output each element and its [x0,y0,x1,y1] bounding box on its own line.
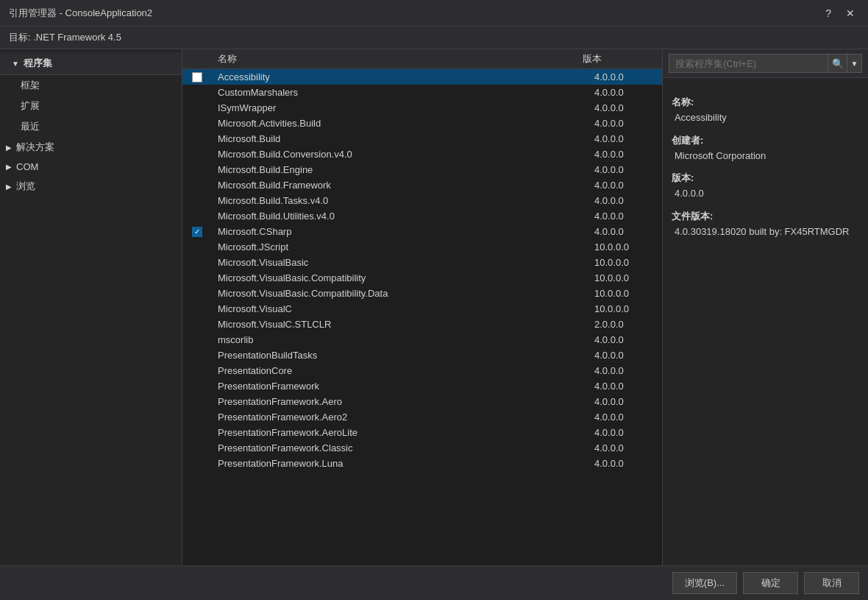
assembly-name: PresentationFramework.Aero2 [212,412,588,423]
search-button[interactable]: 🔍 [828,54,847,73]
sidebar-item-framework[interactable]: 框架 [0,75,182,96]
list-area: 名称 版本 Accessibility4.0.0.0CustomMarshale… [182,49,662,565]
table-row[interactable]: Microsoft.Build.Tasks.v4.04.0.0.0 [182,193,662,208]
table-row[interactable]: Microsoft.VisualC.STLCLR2.0.0.0 [182,317,662,332]
assembly-name: ISymWrapper [212,102,588,113]
com-label: COM [16,161,38,172]
table-row[interactable]: mscorlib4.0.0.0 [182,332,662,347]
table-row[interactable]: Microsoft.VisualBasic.Compatibility10.0.… [182,270,662,286]
assembly-version: 4.0.0.0 [588,102,662,113]
table-row[interactable]: ISymWrapper4.0.0.0 [182,100,662,116]
assembly-version: 4.0.0.0 [588,87,662,98]
assembly-version: 4.0.0.0 [588,350,662,361]
file-version-label: 文件版本: [672,210,859,223]
assembly-version: 10.0.0.0 [588,241,662,253]
assembly-version: 4.0.0.0 [588,211,662,222]
table-row[interactable]: Microsoft.VisualC10.0.0.0 [182,301,662,317]
table-row[interactable]: Microsoft.Build.Utilities.v4.04.0.0.0 [182,208,662,224]
assembly-version: 10.0.0.0 [588,303,662,314]
assembly-name: Microsoft.Build [212,133,588,144]
search-dropdown-icon: ▼ [851,60,858,68]
table-row[interactable]: Microsoft.VisualBasic10.0.0.0 [182,255,662,270]
sidebar-item-com[interactable]: ▶ COM [0,158,182,176]
assembly-name: Accessibility [212,71,588,82]
table-row[interactable]: PresentationFramework4.0.0.0 [182,378,662,394]
com-arrow: ▶ [6,163,12,171]
version-col-header: 版本 [577,52,650,66]
sidebar-section-assemblies[interactable]: ▼ 程序集 [0,52,182,75]
assembly-name: Microsoft.Activities.Build [212,118,588,129]
checkbox-col: ✓ [182,227,212,237]
assembly-version: 4.0.0.0 [588,180,662,191]
table-row[interactable]: Microsoft.Build.Engine4.0.0.0 [182,162,662,177]
table-row[interactable]: PresentationFramework.Aero24.0.0.0 [182,409,662,425]
assembly-version: 4.0.0.0 [588,396,662,407]
ok-button[interactable]: 确定 [743,572,798,594]
browse-button[interactable]: 浏览(B)... [672,572,737,594]
assembly-version: 2.0.0.0 [588,319,662,330]
close-button[interactable]: ✕ [842,7,859,20]
table-row[interactable]: Accessibility4.0.0.0 [182,69,662,85]
sidebar-item-solution[interactable]: ▶ 解决方案 [0,137,182,158]
assembly-name: mscorlib [212,334,588,345]
title-bar: 引用管理器 - ConsoleApplication2 ? ✕ [0,0,868,27]
sidebar: ▼ 程序集 框架 扩展 最近 ▶ 解决方案 ▶ COM ▶ 浏览 [0,49,182,565]
sidebar-item-extensions[interactable]: 扩展 [0,96,182,116]
assembly-version: 4.0.0.0 [588,427,662,438]
toolbar: 目标: .NET Framework 4.5 [0,27,868,49]
table-row[interactable]: PresentationBuildTasks4.0.0.0 [182,347,662,363]
assembly-name: Microsoft.Build.Conversion.v4.0 [212,149,588,160]
search-bar-row: 🔍 ▼ [663,49,868,78]
assembly-name: PresentationFramework.Classic [212,442,588,453]
sidebar-item-browse[interactable]: ▶ 浏览 [0,176,182,197]
checkbox[interactable]: ✓ [192,227,202,237]
table-row[interactable]: Microsoft.Build.Framework4.0.0.0 [182,177,662,193]
table-row[interactable]: Microsoft.Build.Conversion.v4.04.0.0.0 [182,147,662,162]
title-bar-controls: ? ✕ [821,7,859,20]
assembly-name: Microsoft.Build.Tasks.v4.0 [212,195,588,206]
table-row[interactable]: Microsoft.Build4.0.0.0 [182,131,662,147]
assembly-version: 4.0.0.0 [588,412,662,423]
search-input[interactable] [669,54,828,73]
assembly-version: 4.0.0.0 [588,164,662,175]
dialog-body: 目标: .NET Framework 4.5 ▼ 程序集 框架 扩展 最近 ▶ … [0,27,868,600]
assembly-version: 4.0.0.0 [588,442,662,453]
footer: 浏览(B)... 确定 取消 [0,565,868,600]
cancel-button[interactable]: 取消 [804,572,859,594]
assembly-version: 10.0.0.0 [588,288,662,299]
search-dropdown-button[interactable]: ▼ [847,54,862,73]
assembly-name: PresentationFramework.Aero [212,396,588,407]
assembly-name: PresentationFramework.Luna [212,458,588,469]
assembly-name: PresentationBuildTasks [212,350,588,361]
version-value: 4.0.0.0 [672,186,859,201]
assembly-version: 4.0.0.0 [588,458,662,469]
table-row[interactable]: CustomMarshalers4.0.0.0 [182,85,662,100]
name-value: Accessibility [672,110,859,125]
checkbox[interactable] [192,72,202,82]
table-row[interactable]: PresentationFramework.AeroLite4.0.0.0 [182,425,662,440]
assembly-name: Microsoft.JScript [212,241,588,253]
assembly-version: 10.0.0.0 [588,257,662,268]
assembly-version: 4.0.0.0 [588,133,662,144]
creator-label: 创建者: [672,134,859,147]
help-button[interactable]: ? [821,7,836,20]
table-row[interactable]: Microsoft.Activities.Build4.0.0.0 [182,116,662,131]
table-row[interactable]: PresentationFramework.Aero4.0.0.0 [182,394,662,409]
solution-label: 解决方案 [16,141,54,154]
table-row[interactable]: PresentationFramework.Luna4.0.0.0 [182,456,662,471]
assembly-version: 4.0.0.0 [588,118,662,129]
table-row[interactable]: ✓Microsoft.CSharp4.0.0.0 [182,224,662,239]
table-row[interactable]: PresentationFramework.Classic4.0.0.0 [182,440,662,456]
table-row[interactable]: PresentationCore4.0.0.0 [182,363,662,378]
assembly-version: 4.0.0.0 [588,334,662,345]
assembly-version: 4.0.0.0 [588,365,662,376]
table-row[interactable]: Microsoft.JScript10.0.0.0 [182,239,662,255]
assembly-list-scroll[interactable]: Accessibility4.0.0.0CustomMarshalers4.0.… [182,69,662,565]
table-row[interactable]: Microsoft.VisualBasic.Compatibility.Data… [182,286,662,301]
assembly-version: 4.0.0.0 [588,381,662,392]
search-icon: 🔍 [832,58,844,69]
name-col-header: 名称 [212,52,577,66]
assembly-version: 4.0.0.0 [588,195,662,206]
sidebar-item-recent[interactable]: 最近 [0,116,182,137]
assembly-version: 4.0.0.0 [588,71,662,82]
